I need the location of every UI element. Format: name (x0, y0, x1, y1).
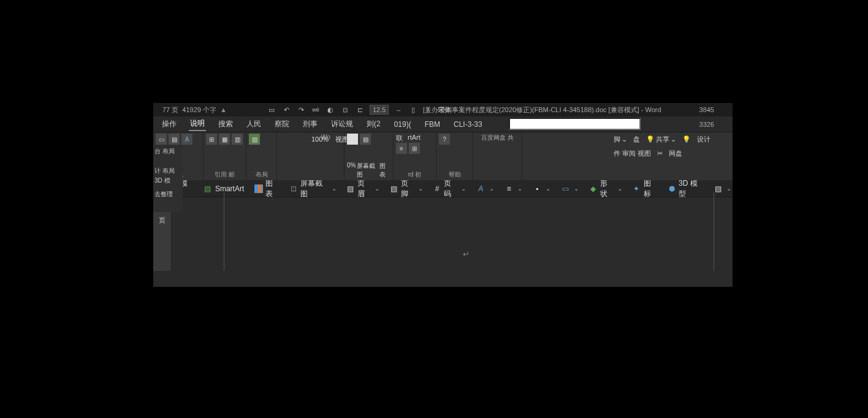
tab-year[interactable]: 019)( (393, 119, 413, 130)
tab-cli[interactable]: CLI-3-33 (452, 119, 484, 130)
ribbon-group-7: ? 帮助 (436, 132, 473, 180)
title-right: 3845 (699, 106, 714, 113)
status-info: 77 页 41929 个字 ▲ (162, 105, 227, 115)
side-3d[interactable]: 3D 模 (154, 177, 181, 185)
ribbon-group-8: 百度网盘 共 (473, 132, 522, 180)
help-icon[interactable]: ? (439, 134, 450, 145)
group-label-screenshot: 屏幕截图 (357, 162, 378, 179)
tab-rule[interactable]: 则(2 (365, 118, 382, 131)
ribbon-tabs: 操作 说明 搜索 人民 察院 刑事 诉讼规 则(2 019)( FBM CLI-… (153, 116, 733, 132)
page-margins (224, 192, 714, 271)
group-label-ref: 引用 邮 (206, 170, 243, 179)
nav-label: 页 (159, 216, 166, 225)
scissors-icon[interactable]: ✂ (657, 149, 663, 158)
undo-icon[interactable]: ↶ (281, 105, 291, 115)
text-icon[interactable]: A (181, 134, 192, 145)
list-icon[interactable]: ≡ (396, 143, 407, 154)
ribbon: ▭ ▤ A ⊞ 件 1 ⊞ ▦ ▥ 引用 邮 ▧ 布局 100% 视图 (153, 132, 733, 180)
ribbon-group-3: ▧ 布局 (246, 132, 277, 180)
sync-icon[interactable]: ◐ (326, 105, 335, 115)
smartart-icon: ▤ (203, 184, 213, 194)
group-label-rd: rd 初 (396, 170, 433, 179)
para-icon[interactable]: ⊡ (340, 105, 350, 115)
title-bar: 77 页 41929 个字 ▲ ▭ ↶ ↷ wé ◐ ⊡ ⊏ 12.5 – ▯ … (153, 103, 733, 116)
page-icon[interactable]: ▭ (156, 134, 167, 145)
up-arrow-icon[interactable]: ▲ (220, 106, 227, 113)
netdisk-btn[interactable]: 网盘 (669, 149, 682, 158)
left-sidebar-fragment: 台 布局 计 布局 3D 模 去整理 (153, 145, 183, 212)
doc-icon[interactable]: ▤ (169, 134, 180, 145)
ribbon-right-panel: 脚 ⌄ 盘 💡共享 ⌄ 💡 设计 件 审阅 视图 ✂ 网盘 (610, 132, 733, 180)
more-button[interactable]: ▤ (712, 184, 733, 194)
zoom-display: 100% 视图 (311, 135, 349, 144)
group-label-chart: 图表 (379, 162, 390, 179)
font-size-box[interactable]: 12.5 (370, 105, 389, 115)
tab-criminal[interactable]: 刑事 (302, 118, 319, 131)
dash-icon[interactable]: – (394, 105, 403, 115)
counter-1: 3845 (699, 106, 714, 113)
indent-icon[interactable]: ⊏ (355, 105, 365, 115)
side-organize[interactable]: 去整理 (154, 190, 181, 199)
link-icon[interactable]: ▤ (360, 134, 371, 145)
table-icon[interactable]: ⊞ (206, 134, 217, 145)
disk-btn[interactable]: 盘 (633, 135, 640, 144)
ribbon-group-2: ⊞ ▦ ▥ 引用 邮 (204, 132, 246, 180)
group-label-layout: 布局 (249, 170, 274, 179)
grid-icon[interactable]: ⊞ (409, 143, 420, 154)
tab-operate[interactable]: 操作 (161, 118, 178, 131)
page-canvas[interactable]: ↵ (172, 197, 733, 271)
tab-people[interactable]: 人民 (245, 118, 262, 131)
search-input[interactable] (509, 118, 641, 130)
document-area: 页 ↵ (153, 197, 733, 271)
ribbon-group-6: 联 rtArt ≡ ⊞ rd 初 (394, 132, 436, 180)
review-btn[interactable]: 件 审阅 视图 (614, 149, 651, 158)
page-count: 77 页 (162, 105, 178, 115)
pic-icon[interactable]: ▦ (219, 134, 230, 145)
group-label-help: 帮助 (439, 170, 470, 179)
save-icon[interactable]: ▭ (267, 105, 276, 115)
redo-icon[interactable]: ↷ (296, 105, 306, 115)
share-btn[interactable]: 💡共享 ⌄ (646, 135, 676, 144)
bulb-icon[interactable]: 💡 (682, 135, 691, 144)
touch-icon[interactable]: wé (311, 105, 321, 115)
counter-2: 3326 (699, 121, 714, 128)
tab-help[interactable]: 说明 (189, 117, 206, 131)
more-icon: ▤ (713, 184, 723, 194)
ribbon-group-5: ▤ 0% 屏幕截图 图表 (345, 132, 394, 180)
word-window: 77 页 41929 个字 ▲ ▭ ↶ ↷ wé ◐ ⊡ ⊏ 12.5 – ▯ … (153, 103, 733, 287)
document-title: [关办理刑事案件程度规定(2020修正)(FBM-CLI 4-345188).d… (423, 105, 661, 115)
paragraph-mark: ↵ (463, 249, 470, 259)
tab-litigation[interactable]: 诉讼规 (330, 118, 354, 131)
box1-icon[interactable]: ▯ (408, 105, 418, 115)
group-label-baidu: 百度网盘 共 (476, 134, 519, 142)
design-btn[interactable]: 设计 (697, 135, 710, 144)
side-layout-1[interactable]: 台 布局 (154, 147, 181, 156)
tab-court[interactable]: 察院 (273, 118, 291, 131)
image-icon[interactable]: ▧ (249, 134, 260, 145)
chart2-icon[interactable]: ▥ (232, 134, 243, 145)
word-count: 41929 个字 (182, 105, 216, 115)
side-layout-2[interactable]: 计 布局 (154, 167, 181, 175)
footer-btn[interactable]: 脚 ⌄ (614, 135, 627, 144)
tab-fbm[interactable]: FBM (424, 119, 441, 130)
tab-search[interactable]: 搜索 (217, 118, 234, 131)
